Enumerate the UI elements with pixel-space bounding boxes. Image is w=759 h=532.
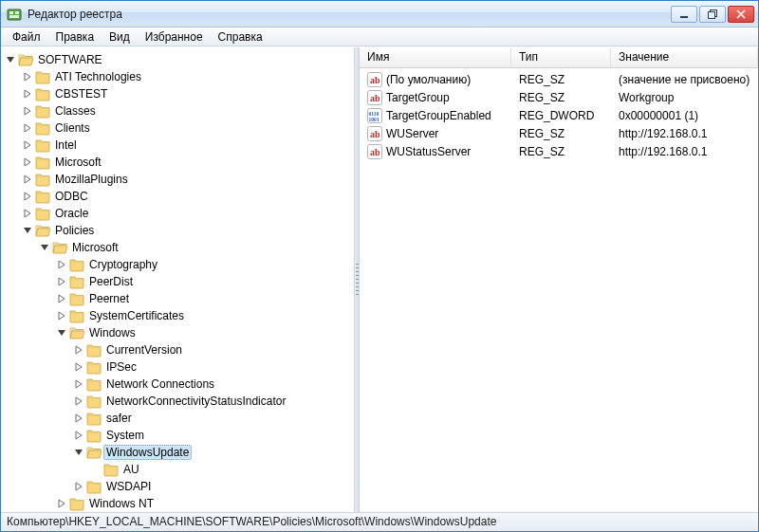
value-row[interactable]: WUServerREG_SZhttp://192.168.0.1 — [360, 124, 758, 142]
expand-icon[interactable] — [73, 430, 84, 441]
tree-node-network-connections[interactable]: Network Connections — [73, 376, 354, 393]
tree-node-windows-nt[interactable]: Windows NT — [56, 495, 354, 512]
title-bar[interactable]: Редактор реестра — [1, 1, 758, 28]
value-row[interactable]: TargetGroupEnabledREG_DWORD0x00000001 (1… — [360, 106, 758, 124]
expand-icon[interactable] — [73, 395, 84, 407]
tree-node-microsoft[interactable]: Microsoft — [39, 239, 354, 256]
menu-help[interactable]: Справка — [211, 28, 270, 46]
tree-node-oracle[interactable]: Oracle — [22, 205, 354, 222]
expand-icon[interactable] — [22, 208, 33, 219]
folder-icon — [69, 308, 84, 323]
tree-node-wsdapi[interactable]: WSDAPI — [73, 478, 354, 495]
folder-icon — [35, 138, 50, 153]
tree-node-label: System — [103, 429, 147, 442]
menu-favorites[interactable]: Избранное — [138, 28, 211, 46]
value-data: http://192.168.0.1 — [611, 145, 758, 158]
reg-binary-icon — [367, 108, 382, 123]
expand-icon[interactable] — [56, 276, 67, 287]
expand-icon[interactable] — [22, 71, 33, 83]
tree-node-currentversion[interactable]: CurrentVersion — [73, 341, 354, 358]
tree-node-microsoft[interactable]: Microsoft — [22, 154, 354, 171]
close-button[interactable] — [728, 6, 754, 23]
expand-icon[interactable] — [56, 310, 67, 321]
value-name: TargetGroup — [386, 91, 450, 104]
value-name: WUStatusServer — [386, 145, 471, 158]
col-header-name[interactable]: Имя — [360, 47, 511, 67]
folder-icon — [86, 376, 102, 392]
tree-node-label: PeerDist — [86, 275, 136, 288]
minimize-button[interactable] — [671, 6, 697, 23]
folder-icon — [35, 86, 50, 101]
expand-icon[interactable] — [73, 481, 84, 492]
tree-node-cryptography[interactable]: Cryptography — [56, 256, 354, 273]
tree-node-au[interactable]: AU — [90, 461, 354, 478]
menu-file[interactable]: Файл — [5, 28, 48, 46]
value-row[interactable]: WUStatusServerREG_SZhttp://192.168.0.1 — [360, 142, 758, 160]
list-header: Имя Тип Значение — [360, 47, 758, 68]
expand-icon[interactable] — [22, 105, 33, 117]
tree-node-ipsec[interactable]: IPSec — [73, 358, 354, 376]
folder-icon — [86, 342, 102, 358]
value-row[interactable]: TargetGroupREG_SZWorkgroup — [360, 88, 758, 106]
tree-node-label: Network Connections — [103, 377, 217, 391]
expand-icon[interactable] — [22, 139, 33, 151]
tree-node-label: CurrentVersion — [103, 343, 185, 357]
tree-node-software[interactable]: SOFTWARE — [5, 51, 354, 68]
tree-node-clients[interactable]: Clients — [22, 119, 354, 137]
tree-node-mozillaplugins[interactable]: MozillaPlugins — [22, 171, 354, 188]
tree-node-safer[interactable]: safer — [73, 410, 354, 427]
registry-editor-window: Редактор реестра Файл Правка Вид Избранн… — [0, 0, 759, 532]
tree-node-windowsupdate[interactable]: WindowsUpdate — [73, 444, 354, 461]
collapse-icon[interactable] — [22, 225, 33, 236]
tree-node-label: Classes — [52, 104, 99, 118]
expand-icon[interactable] — [73, 344, 84, 356]
folder-open-icon — [86, 445, 102, 460]
menu-edit[interactable]: Правка — [48, 28, 102, 46]
tree-node-label: safer — [103, 412, 135, 425]
status-bar: Компьютер\HKEY_LOCAL_MACHINE\SOFTWARE\Po… — [1, 512, 758, 531]
tree-node-classes[interactable]: Classes — [22, 102, 354, 119]
maximize-button[interactable] — [699, 6, 726, 23]
expand-icon[interactable] — [73, 378, 84, 390]
collapse-icon[interactable] — [56, 327, 67, 339]
expand-icon[interactable] — [22, 174, 33, 185]
expand-icon[interactable] — [73, 361, 84, 373]
tree-node-cbstest[interactable]: CBSTEST — [22, 85, 354, 102]
col-header-type[interactable]: Тип — [511, 47, 611, 67]
collapse-icon[interactable] — [39, 242, 50, 253]
tree-node-label: Windows NT — [86, 497, 157, 510]
expand-icon[interactable] — [22, 156, 33, 168]
folder-icon — [69, 274, 84, 289]
tree-node-system[interactable]: System — [73, 427, 354, 444]
tree-node-ati-technologies[interactable]: ATI Technologies — [22, 68, 354, 85]
expand-icon[interactable] — [56, 293, 67, 304]
value-type: REG_SZ — [511, 91, 611, 104]
tree-node-systemcertificates[interactable]: SystemCertificates — [56, 307, 354, 324]
values-pane[interactable]: Имя Тип Значение (По умолчанию)REG_SZ(зн… — [360, 47, 758, 512]
status-path: Компьютер\HKEY_LOCAL_MACHINE\SOFTWARE\Po… — [7, 515, 496, 528]
folder-icon — [35, 155, 50, 170]
tree-node-label: MozillaPlugins — [52, 173, 131, 186]
expand-icon[interactable] — [56, 259, 67, 270]
value-row[interactable]: (По умолчанию)REG_SZ(значение не присвое… — [360, 70, 758, 88]
tree-node-odbc[interactable]: ODBC — [22, 188, 354, 205]
expand-icon[interactable] — [73, 413, 84, 424]
tree-node-peernet[interactable]: Peernet — [56, 290, 354, 307]
col-header-value[interactable]: Значение — [611, 47, 758, 67]
expand-icon[interactable] — [56, 498, 67, 509]
tree-pane[interactable]: SOFTWAREATI TechnologiesCBSTESTClassesCl… — [1, 47, 355, 512]
expand-icon[interactable] — [22, 88, 33, 100]
tree-node-intel[interactable]: Intel — [22, 137, 354, 154]
reg-string-icon — [367, 144, 382, 159]
tree-node-policies[interactable]: Policies — [22, 222, 354, 239]
tree-node-peerdist[interactable]: PeerDist — [56, 273, 354, 290]
tree-node-windows[interactable]: Windows — [56, 324, 354, 341]
collapse-icon[interactable] — [5, 54, 16, 65]
app-icon — [7, 7, 22, 22]
collapse-icon[interactable] — [73, 447, 84, 458]
tree-node-label: Cryptography — [86, 258, 160, 271]
expand-icon[interactable] — [22, 122, 33, 134]
tree-node-networkconnectivitystatusindicator[interactable]: NetworkConnectivityStatusIndicator — [73, 393, 354, 410]
expand-icon[interactable] — [22, 191, 33, 202]
menu-view[interactable]: Вид — [102, 28, 138, 46]
